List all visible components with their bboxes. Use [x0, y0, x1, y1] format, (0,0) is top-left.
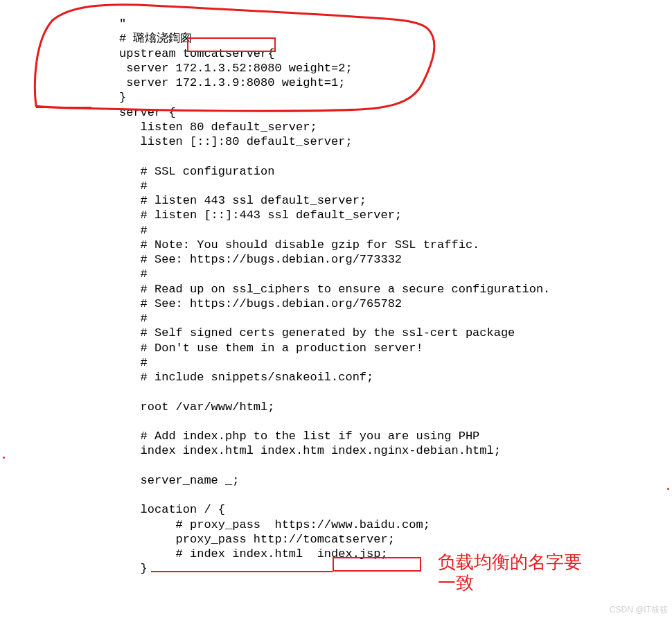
underline-proxy-pass	[151, 571, 333, 572]
nginx-config-code: " # 璐熻浇鍧囪 upstream tomcatserver{ server …	[0, 0, 672, 576]
code-line: listen [::]:80 default_server;	[119, 135, 353, 148]
code-line: #	[119, 267, 148, 281]
code-line: index index.html index.htm index.nginx-d…	[119, 444, 501, 457]
stray-dot-icon	[3, 457, 5, 459]
code-line: #	[119, 179, 148, 193]
code-line: # SSL configuration	[119, 165, 274, 178]
code-line: }	[119, 91, 126, 104]
code-line: "	[119, 17, 126, 30]
code-line: # See: https://bugs.debian.org/773332	[119, 253, 402, 266]
code-line: # Self signed certs generated by the ssl…	[119, 326, 515, 339]
code-line: #	[119, 356, 148, 369]
code-line: location / {	[119, 503, 225, 516]
code-line: # listen [::]:443 ssl default_server;	[119, 209, 402, 222]
code-line: # Note: You should disable gzip for SSL …	[119, 238, 479, 251]
code-line: listen 80 default_server;	[119, 121, 317, 134]
code-line: # listen 443 ssl default_server;	[119, 194, 366, 207]
code-line: #	[119, 312, 148, 325]
underline-top	[36, 107, 91, 108]
code-line: # Add index.php to the list if you are u…	[119, 430, 479, 443]
code-line: # proxy_pass https://www.baidu.com;	[119, 518, 430, 531]
highlight-box-proxy-name	[333, 557, 421, 572]
code-line: # Read up on ssl_ciphers to ensure a sec…	[119, 283, 550, 296]
highlight-box-upstream-name	[187, 37, 276, 52]
code-line: # include snippets/snakeoil.conf;	[119, 371, 373, 384]
code-line: server 172.1.3.52:8080 weight=2;	[119, 62, 353, 75]
code-line: # See: https://bugs.debian.org/765782	[119, 297, 402, 310]
code-line: #	[119, 224, 148, 237]
code-line: }	[119, 562, 148, 575]
code-line: server 172.1.3.9:8080 weight=1;	[119, 76, 345, 89]
code-line: root /var/www/html;	[119, 400, 274, 414]
stray-dot-icon	[667, 488, 669, 490]
code-line: proxy_pass http://tomcatserver;	[119, 533, 395, 546]
code-line: server_name _;	[119, 474, 239, 487]
code-line: server {	[119, 106, 176, 119]
code-line: # Don't use them in a production server!	[119, 342, 423, 355]
annotation-comment: 负载均衡的名字要 一致	[438, 551, 582, 593]
watermark-text: CSDN @IT筱筱	[610, 605, 668, 615]
